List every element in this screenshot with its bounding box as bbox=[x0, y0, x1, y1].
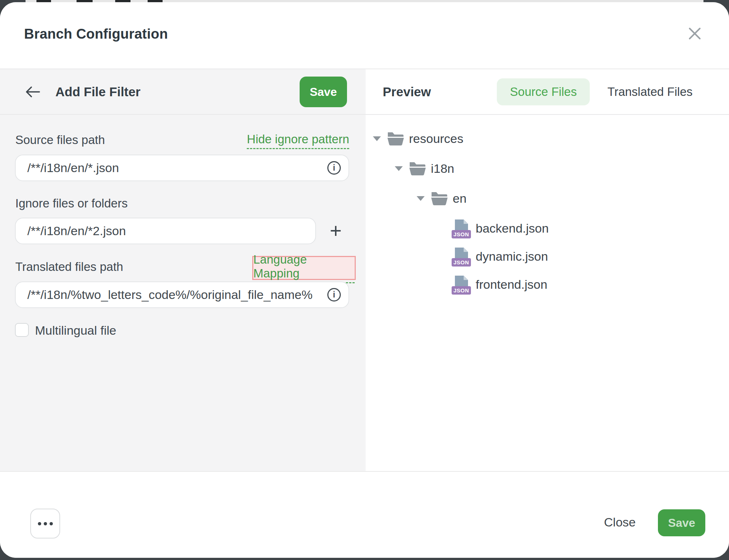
source-path-label: Source files path bbox=[15, 133, 105, 147]
back-arrow-icon[interactable] bbox=[25, 85, 41, 99]
json-badge: JSON bbox=[452, 286, 471, 295]
ignore-pattern-input[interactable]: /**/i18n/en/*2.json bbox=[15, 218, 316, 244]
multilingual-checkbox[interactable] bbox=[15, 323, 29, 337]
page-title: Branch Configuration bbox=[24, 26, 168, 42]
language-mapping-highlight: Language Mapping bbox=[252, 256, 356, 280]
json-file-icon: JSON bbox=[454, 219, 469, 237]
language-mapping-link[interactable]: Language Mapping bbox=[253, 253, 355, 283]
tree-item-frontend-json[interactable]: JSON frontend.json bbox=[366, 274, 729, 295]
folder-icon bbox=[409, 162, 426, 175]
json-file-icon: JSON bbox=[454, 247, 469, 265]
branch-configuration-dialog: Branch Configuration Add File Filter Sav… bbox=[0, 2, 729, 558]
tree-item-dynamic-json[interactable]: JSON dynamic.json bbox=[366, 246, 729, 267]
multilingual-label: Multilingual file bbox=[35, 323, 116, 338]
file-filter-form: Source files path Hide ignore pattern /*… bbox=[0, 115, 366, 471]
tree-item-label: i18n bbox=[431, 162, 454, 176]
close-icon[interactable] bbox=[687, 26, 703, 42]
filter-title: Add File Filter bbox=[55, 85, 140, 99]
ignore-label: Ignore files or folders bbox=[15, 197, 128, 210]
info-icon[interactable]: i bbox=[327, 288, 341, 302]
tree-item-i18n[interactable]: i18n bbox=[366, 158, 729, 179]
folder-icon bbox=[387, 132, 404, 145]
preview-title: Preview bbox=[383, 85, 431, 99]
tree-item-backend-json[interactable]: JSON backend.json bbox=[366, 218, 729, 238]
filter-header: Add File Filter Save bbox=[0, 69, 366, 114]
tree-item-label: resources bbox=[409, 132, 463, 146]
chevron-down-icon[interactable] bbox=[395, 166, 403, 171]
tab-translated-files[interactable]: Translated Files bbox=[593, 78, 707, 105]
translated-path-input[interactable]: /**/i18n/%two_letters_code%/%original_fi… bbox=[15, 281, 349, 308]
close-button[interactable]: Close bbox=[602, 515, 638, 530]
preview-header: Preview Source Files Translated Files bbox=[366, 69, 729, 114]
translated-path-label: Translated files path bbox=[15, 260, 123, 274]
preview-tabs: Source Files Translated Files bbox=[497, 69, 707, 114]
tree-item-label: dynamic.json bbox=[476, 249, 548, 264]
chevron-down-icon[interactable] bbox=[417, 196, 425, 201]
json-badge: JSON bbox=[452, 258, 471, 267]
json-file-icon: JSON bbox=[454, 275, 469, 293]
tree-item-label: frontend.json bbox=[476, 277, 547, 292]
plus-icon[interactable]: + bbox=[325, 220, 346, 242]
chevron-down-icon[interactable] bbox=[373, 136, 381, 141]
tree-item-en[interactable]: en bbox=[366, 188, 729, 209]
dot bbox=[38, 522, 41, 525]
info-icon[interactable]: i bbox=[327, 161, 341, 175]
save-button[interactable]: Save bbox=[658, 509, 705, 536]
tree-item-label: en bbox=[453, 191, 467, 206]
dot bbox=[50, 522, 53, 525]
dialog-titlebar: Branch Configuration bbox=[0, 2, 729, 69]
folder-icon bbox=[431, 191, 448, 205]
tab-source-files[interactable]: Source Files bbox=[497, 78, 590, 105]
tree-item-resources[interactable]: resources bbox=[366, 128, 729, 149]
ellipsis-icon[interactable] bbox=[30, 509, 60, 538]
file-tree: resources i18n en bbox=[366, 115, 729, 471]
dialog-footer: Close Save bbox=[0, 471, 729, 558]
dot bbox=[44, 522, 47, 525]
dialog-subheader: Add File Filter Save Preview Source File… bbox=[0, 69, 729, 115]
json-badge: JSON bbox=[452, 230, 471, 238]
hide-ignore-pattern-link[interactable]: Hide ignore pattern bbox=[247, 132, 349, 149]
tree-item-label: backend.json bbox=[476, 221, 549, 236]
source-path-input[interactable]: /**/i18n/en/*.json bbox=[15, 155, 349, 181]
save-filter-button[interactable]: Save bbox=[300, 77, 347, 107]
dialog-content: Source files path Hide ignore pattern /*… bbox=[0, 115, 729, 471]
